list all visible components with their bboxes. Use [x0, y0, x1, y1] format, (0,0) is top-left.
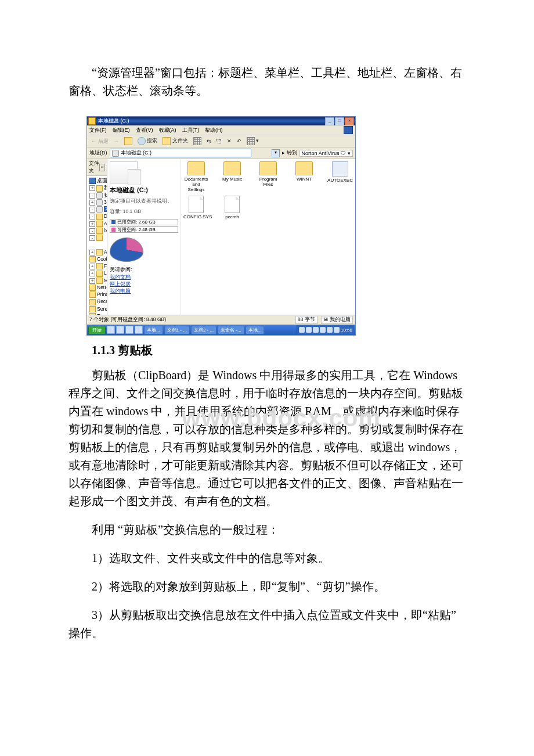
capacity: 容量: 10.1 GB [110, 208, 178, 215]
tree-close-icon[interactable]: × [99, 164, 105, 171]
menubar: 文件(F) 编辑(E) 查看(V) 收藏(A) 工具(T) 帮助(H) [87, 125, 355, 135]
folder-icon [187, 161, 205, 175]
folder-item[interactable]: Program Files [255, 161, 281, 192]
menu-tools[interactable]: 工具(T) [182, 127, 200, 134]
explorer-screenshot: 本地磁盘 (C:) _ □ × 文件(F) 编辑(E) 查看(V) 收藏(A) … [86, 116, 356, 336]
folder-item[interactable]: WINNT [291, 161, 317, 192]
tray-icon[interactable] [306, 327, 312, 333]
address-dropdown[interactable]: ▾ [272, 149, 280, 157]
taskbar: 开始 本地... 文档1 - ... 文档2 - ... 未命名 -... 本地… [87, 325, 355, 335]
minimize-button[interactable]: _ [325, 117, 334, 125]
paragraph-intro: “资源管理器”窗口包括：标题栏、菜单栏、工具栏、地址栏、左窗格、右窗格、状态栏、… [68, 64, 466, 100]
close-button[interactable]: × [345, 117, 354, 125]
address-label: 地址(D) [89, 149, 107, 157]
file-item[interactable]: CONFIG.SYS [183, 196, 209, 219]
section-heading: 1.1.3 剪贴板 [68, 343, 466, 358]
tray-icon[interactable] [299, 327, 305, 333]
tree-item[interactable]: Cookies [97, 256, 107, 262]
paragraph-step2: 2）将选取的对象放到剪贴板上，即“复制”、“剪切”操作。 [68, 578, 466, 596]
move-button[interactable]: ⇆ [205, 138, 213, 145]
tray-icon[interactable] [313, 327, 319, 333]
back-button[interactable]: ← 后退 [89, 137, 110, 146]
app-item[interactable]: AUTOEXEC [327, 161, 353, 192]
status-left: 7 个对象 (可用磁盘空间: 8.48 GB) [89, 316, 166, 323]
views-button[interactable]: ▾ [245, 136, 261, 146]
go-button[interactable]: ▸ 转到 [282, 149, 297, 157]
link-mycomputer[interactable]: 我的电脑 [110, 287, 178, 294]
drive-icon [88, 117, 96, 125]
tree-item[interactable]: Templates [97, 313, 107, 315]
file-icon [225, 196, 240, 213]
tree-item[interactable]: NetHood [97, 285, 107, 290]
tree-pane: 文件夹 × 桌面 +我的文档 -我的电脑 +3.5 软盘 (A:) -本地磁盘 … [87, 159, 107, 315]
menu-file[interactable]: 文件(F) [89, 127, 107, 134]
folders-button[interactable]: 文件夹 [161, 136, 190, 146]
link-mydocs[interactable]: 我的文档 [110, 273, 178, 280]
tray-icon[interactable] [334, 327, 340, 333]
ql-icon[interactable] [125, 326, 134, 334]
norton-button[interactable]: Norton AntiVirus 🛡 ▾ [300, 150, 353, 157]
tree-item[interactable]: PrintHood [97, 291, 107, 297]
ql-icon[interactable] [107, 326, 115, 334]
detail-pane: 本地磁盘 (C:) 选定项目可以查看其说明。 容量: 10.1 GB 已用空间:… [107, 159, 355, 315]
tray-icon[interactable] [320, 327, 326, 333]
maximize-button[interactable]: □ [335, 117, 344, 125]
undo-button[interactable]: ↶ [235, 138, 243, 145]
paragraph-step3: 3）从剪贴板取出交换信息放在文件中插入点位置或文件夹中，即“粘贴”操作。 [68, 606, 466, 642]
tree-item[interactable]: Recent [97, 298, 107, 304]
file-icon [189, 196, 204, 213]
task-button[interactable]: 文档2 - ... [191, 326, 217, 334]
ql-icon[interactable] [116, 326, 124, 334]
forward-button[interactable]: → [112, 138, 121, 145]
paragraph-step1: 1）选取文件、文件夹或文件中的信息等对象。 [68, 549, 466, 567]
file-item[interactable]: pccmh [219, 196, 245, 219]
folder-icon [295, 161, 313, 175]
menu-fav[interactable]: 收藏(A) [159, 127, 176, 134]
copy-button[interactable]: ⿻ [215, 138, 223, 145]
drive-large-icon [110, 161, 138, 183]
folder-item[interactable]: My Music [219, 161, 245, 192]
toolbar: ← 后退 → 搜索 文件夹 ⇆ ⿻ ✕ ↶ ▾ [87, 135, 355, 147]
up-button[interactable] [122, 136, 134, 146]
start-button[interactable]: 开始 [88, 326, 106, 334]
folder-icon [223, 161, 241, 175]
address-value: 本地磁盘 (C:) [121, 149, 152, 157]
ql-icon[interactable] [135, 326, 143, 334]
window-title: 本地磁盘 (C:) [98, 117, 325, 125]
tray-icon[interactable] [327, 327, 333, 333]
tree-item[interactable]: SendTo [97, 306, 107, 312]
folder-icon [259, 161, 277, 175]
select-hint: 选定项目可以查看其说明。 [110, 198, 178, 205]
see-also: 另请参阅: [110, 267, 178, 273]
task-button[interactable]: 本地... [246, 326, 265, 334]
tree-item[interactable]: 桌面 [97, 178, 107, 183]
drive-icon [112, 150, 119, 157]
folder-item[interactable]: Documents and Settings [183, 161, 209, 192]
file-grid: Documents and Settings My Music Program … [181, 159, 355, 315]
delete-button[interactable]: ✕ [225, 138, 233, 145]
task-button[interactable]: 未命名 -... [218, 326, 244, 334]
tree-header: 文件夹 × [87, 159, 107, 176]
system-tray: 10:58 [297, 325, 354, 334]
menu-help[interactable]: 帮助(H) [205, 127, 223, 134]
link-network[interactable]: 网上邻居 [110, 280, 178, 287]
quick-launch [107, 326, 143, 334]
used-space: 已用空间: 2.60 GB [110, 219, 178, 225]
menu-view[interactable]: 查看(V) [136, 127, 153, 134]
task-button[interactable]: 本地... [144, 326, 163, 334]
task-button[interactable]: 文档1 - ... [164, 326, 190, 334]
status-size: 88 字节 [295, 316, 317, 324]
history-button[interactable] [192, 136, 203, 146]
search-button[interactable]: 搜索 [136, 136, 160, 146]
menu-edit[interactable]: 编辑(E) [113, 127, 130, 134]
windows-logo-icon [344, 126, 353, 134]
statusbar: 7 个对象 (可用磁盘空间: 8.48 GB) 88 字节 🖥 我的电脑 [87, 315, 355, 325]
paragraph-clipboard: 剪贴板（ClipBoard）是 Windows 中用得最多的实用工具，它在 Wi… [68, 366, 466, 510]
drive-title: 本地磁盘 (C:) [110, 186, 178, 195]
pie-chart-icon [110, 237, 143, 262]
titlebar: 本地磁盘 (C:) _ □ × [87, 117, 355, 125]
address-input[interactable]: 本地磁盘 (C:) [110, 149, 251, 157]
free-space: 可用空间: 2.48 GB [110, 226, 178, 233]
status-location: 🖥 我的电脑 [321, 316, 353, 324]
app-icon [332, 161, 348, 177]
